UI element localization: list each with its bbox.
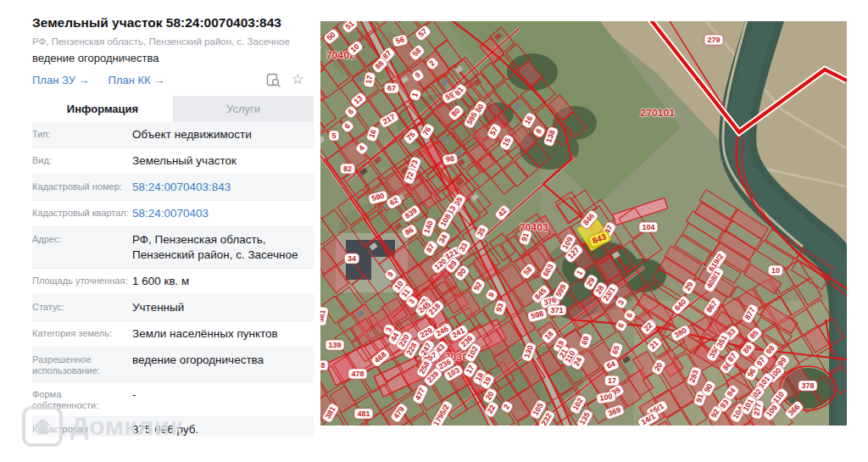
info-row-label: Кадастровая стоимость: (32, 422, 129, 437)
parcel-label[interactable]: 478 (348, 369, 367, 380)
info-row-value[interactable]: 58:24:0070403:843 (129, 180, 314, 195)
parcel-label[interactable]: 104 (638, 222, 658, 233)
info-row: Кадастровый номер:58:24:0070403:843 (32, 175, 314, 201)
parcel-label[interactable]: 139 (325, 340, 344, 351)
info-row-value: ведение огородничества (129, 353, 314, 368)
parcel-label[interactable]: 5 (328, 131, 339, 142)
info-row: Статус:Учтенный (32, 295, 314, 321)
info-row: Адрес:РФ, Пензенская область, Пензенский… (32, 227, 314, 269)
cadastral-map[interactable]: 704022701017040370305 515010565758878829… (320, 21, 847, 426)
info-row-label: Кадастровый номер: (32, 180, 129, 192)
star-icon[interactable]: ☆ (290, 72, 305, 87)
info-row: Кадастровый квартал:58:24:0070403 (32, 201, 314, 227)
parcel-label[interactable]: 371 (547, 305, 566, 316)
tab-services[interactable]: Услуги (173, 96, 314, 122)
info-row: Кадастровая стоимость:375 696 руб. (32, 417, 314, 437)
panel-header: Земельный участок 58:24:0070403:843 РФ, … (0, 0, 320, 87)
info-row-value: Учтенный (129, 300, 314, 315)
info-rows: Тип:Объект недвижимостиВид:Земельный уча… (32, 122, 314, 437)
info-row-label: Статус: (32, 300, 129, 313)
info-row-value: РФ, Пензенская область, Пензенский район… (129, 232, 314, 263)
info-row: Тип:Объект недвижимости (32, 122, 314, 148)
info-row-label: Кадастровый квартал: (32, 206, 129, 219)
info-row-value: Земельный участок (129, 153, 314, 169)
info-row: Разрешенное использование:ведение огород… (32, 348, 314, 382)
parcel-label[interactable]: 67 (384, 83, 399, 94)
info-row-value: 375 696 руб. (129, 422, 314, 437)
info-row-value: Земли населённых пунктов (129, 326, 314, 342)
tab-information[interactable]: Информация (32, 96, 173, 122)
header-icons: ☆ (266, 72, 312, 87)
usage-text: ведение огородничества (32, 52, 312, 64)
info-row: Категория земель:Земли населённых пункто… (32, 321, 314, 348)
info-row-label: Площадь уточненная: (32, 274, 129, 287)
info-row-label: Адрес: (32, 232, 129, 245)
info-row-label: Тип: (32, 127, 129, 140)
parcel-label[interactable]: 34 (344, 253, 359, 264)
panel-tabs: Информация Услуги (32, 96, 314, 122)
info-row-value[interactable]: 58:24:0070403 (129, 206, 314, 221)
info-row-label: Форма собственности: (32, 387, 129, 411)
address-subtitle: РФ, Пензенская область, Пензенский район… (32, 36, 312, 47)
info-row-value: - (129, 387, 314, 403)
info-panel: Земельный участок 58:24:0070403:843 РФ, … (0, 0, 320, 462)
parcel-label[interactable]: 378 (798, 381, 817, 392)
parcel-label[interactable]: 82 (340, 164, 355, 175)
info-row: Форма собственности:- (32, 382, 314, 417)
parcel-label[interactable]: 8 (320, 360, 329, 371)
info-row: Вид:Земельный участок (32, 148, 314, 175)
info-row-label: Разрешенное использование: (32, 353, 129, 376)
info-row-label: Вид: (32, 153, 129, 166)
parcel-label[interactable]: 481 (353, 409, 373, 420)
parcel-label[interactable]: 279 (704, 35, 723, 46)
document-search-icon[interactable] (266, 72, 281, 87)
page-title: Земельный участок 58:24:0070403:843 (32, 15, 312, 31)
plan-kk-link[interactable]: План КК → (108, 74, 165, 86)
info-row-value: Объект недвижимости (129, 127, 314, 142)
parcel-label[interactable]: 10 (768, 265, 783, 276)
info-row: Площадь уточненная:1 600 кв. м (32, 269, 314, 295)
info-row-value: 1 600 кв. м (129, 274, 314, 289)
plan-links-row: План ЗУ → План КК → ☆ (32, 72, 312, 87)
info-row-label: Категория земель: (32, 326, 129, 339)
plan-zu-link[interactable]: План ЗУ → (32, 74, 90, 86)
